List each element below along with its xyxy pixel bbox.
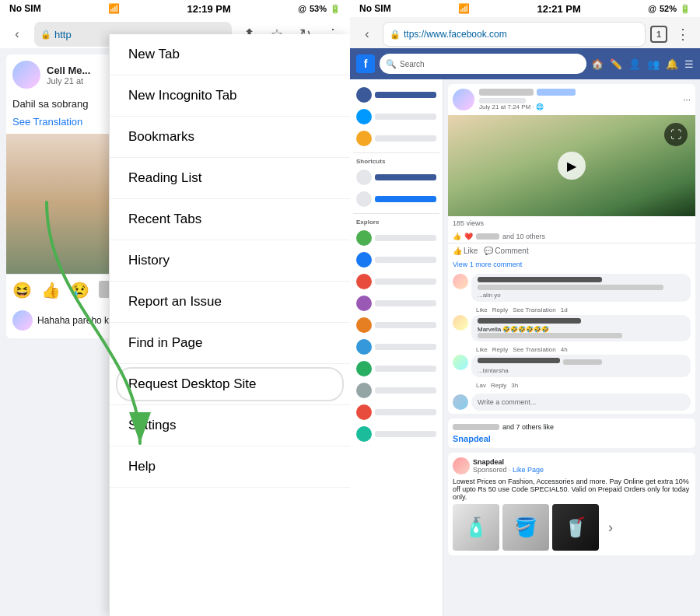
time-left: 12:19 PM <box>187 3 230 15</box>
status-bar-left: No SIM 📶 12:19 PM @ 53% 🔋 <box>0 0 350 17</box>
see-translation-2[interactable]: See Translation <box>513 346 556 353</box>
menu-item-report-issue[interactable]: Report an Issue <box>110 282 350 323</box>
comment-action[interactable]: 💬 Comment <box>484 247 528 255</box>
product-img-1[interactable]: 🧴 <box>453 504 499 551</box>
dropdown-menu: New Tab New Incognito Tab Bookmarks Read… <box>109 34 350 616</box>
sidebar-explore-label: Explore <box>353 217 439 227</box>
battery-icon-right: 🔋 <box>680 4 691 14</box>
write-comment-row: Write a comment... <box>453 390 691 411</box>
comment-text-1 <box>478 285 663 290</box>
sidebar-shortcut-2[interactable] <box>353 188 439 210</box>
fb-post-main: July 21 at 7:24 PM · 🌐 ··· ⛶ ▶ 185 views… <box>448 84 695 414</box>
laugh-reaction[interactable]: 😆 <box>12 281 32 299</box>
like-reply-1[interactable]: Like <box>476 306 488 313</box>
back-button-left[interactable]: ‹ <box>6 23 28 45</box>
reply-2[interactable]: Reply <box>492 346 508 353</box>
fb-nav-bar: f 🔍 Search 🏠 ✏️ 👤 👥 🔔 ☰ <box>350 48 700 79</box>
like-action[interactable]: 👍 Like <box>453 247 478 255</box>
time-right: 12:21 PM <box>537 3 580 15</box>
sidebar-insights[interactable] <box>353 358 439 380</box>
comment-bubble-3: ...bintarsha <box>471 355 691 377</box>
play-button[interactable]: ▶ <box>558 152 586 180</box>
sidebar-shortcut-1[interactable] <box>353 166 439 188</box>
sidebar-pages-feed[interactable] <box>353 336 439 358</box>
menu-item-new-tab[interactable]: New Tab <box>110 34 350 75</box>
sidebar-groups[interactable] <box>353 227 439 249</box>
back-button-right[interactable]: ‹ <box>356 23 378 45</box>
commenter-name-2 <box>478 318 581 324</box>
menu-item-find-in-page[interactable]: Find in Page <box>110 323 350 364</box>
fullscreen-icon[interactable]: ⛶ <box>664 123 688 146</box>
tab-count-badge[interactable]: 1 <box>650 26 667 43</box>
menu-item-request-desktop-site[interactable]: Request Desktop Site <box>110 364 350 405</box>
reaction-bar: 👍 Like 💬 Comment <box>448 243 695 258</box>
menu-item-help[interactable]: Help <box>110 446 350 488</box>
post-video-thumb[interactable]: ⛶ ▶ <box>448 115 695 216</box>
menu-item-settings[interactable]: Settings <box>110 405 350 446</box>
product-img-3[interactable]: 🥤 <box>552 504 599 551</box>
reply-3[interactable]: Reply <box>491 382 506 389</box>
liker-name-bar <box>453 424 499 430</box>
fb-more-icon[interactable]: ☰ <box>684 58 694 70</box>
view-more-comments[interactable]: View 1 more comment <box>448 258 695 271</box>
post-options-btn[interactable]: ··· <box>683 94 691 105</box>
fb-feed: July 21 at 7:24 PM · 🌐 ··· ⛶ ▶ 185 views… <box>443 79 700 616</box>
reply-1[interactable]: Reply <box>492 306 508 313</box>
sidebar-games[interactable] <box>353 401 439 423</box>
comment-row-3: ...bintarsha <box>453 355 691 377</box>
post-stats: 185 views <box>448 216 695 230</box>
right-panel: No SIM 📶 12:21 PM @ 52% 🔋 ‹ 🔒 ttps://www… <box>350 0 700 616</box>
menu-item-reading-list[interactable]: Reading List <box>110 158 350 199</box>
like-reply-3[interactable]: Lav <box>476 382 486 389</box>
comment-handle-3: ...bintarsha <box>478 367 684 374</box>
product-images: 🧴 🪣 🥤 › <box>453 504 691 551</box>
more-products-indicator[interactable]: › <box>602 504 619 551</box>
fb-nav-icons: 🏠 ✏️ 👤 👥 🔔 ☰ <box>591 58 694 70</box>
comment-avatar-3 <box>453 355 468 370</box>
comment-emoji-text: Marvella 🤣🤣🤣🤣🤣🤣 <box>478 326 684 333</box>
carrier-right: No SIM <box>359 3 391 14</box>
fb-friends-icon[interactable]: 👥 <box>647 58 660 70</box>
sidebar-pages[interactable] <box>353 249 439 271</box>
address-bar-right[interactable]: 🔒 ttps://www.facebook.com <box>383 22 646 47</box>
comment-input[interactable]: Write a comment... <box>471 394 691 411</box>
fb-create-icon[interactable]: ✏️ <box>610 58 622 70</box>
comment-avatar-1 <box>453 274 468 289</box>
thumb-reaction: 👍 <box>453 233 461 240</box>
comment-actions-3: Lav Reply 3h <box>453 380 691 390</box>
comment-row-2: Marvella 🤣🤣🤣🤣🤣🤣 <box>453 315 691 341</box>
sidebar-friend-lists[interactable] <box>353 292 439 314</box>
time-1: 1d <box>561 306 568 313</box>
location-icon-right: @ <box>648 4 656 13</box>
menu-item-recent-tabs[interactable]: Recent Tabs <box>110 199 350 240</box>
sidebar-events[interactable] <box>353 271 439 292</box>
fb-home-icon[interactable]: 🏠 <box>591 58 604 70</box>
sad-reaction[interactable]: 😢 <box>70 281 89 299</box>
product-img-2[interactable]: 🪣 <box>502 504 549 551</box>
sidebar-item-marketplace[interactable] <box>353 128 439 149</box>
left-panel: No SIM 📶 12:19 PM @ 53% 🔋 ‹ 🔒 http ⬆ ☆ ↻… <box>0 0 350 616</box>
sidebar-item-news-feed[interactable] <box>353 84 439 106</box>
fb-notifications-icon[interactable]: 🔔 <box>666 58 678 70</box>
comment-actions-2: Like Reply See Translation 4h <box>453 345 691 355</box>
fb-profile-icon[interactable]: 👤 <box>628 58 641 70</box>
fb-search-bar[interactable]: 🔍 Search <box>380 54 586 74</box>
like-reply-2[interactable]: Like <box>476 346 488 353</box>
comment-text-emoji-1: ...alin yo <box>478 292 684 299</box>
see-translation-1[interactable]: See Translation <box>513 306 556 313</box>
sidebar-item-messenger[interactable] <box>353 106 439 128</box>
like-reaction[interactable]: 👍 <box>41 281 61 299</box>
snapdeal-name[interactable]: Snapdeal <box>453 434 691 443</box>
sidebar-memories[interactable] <box>353 314 439 336</box>
more-button-right[interactable]: ⋮ <box>672 23 694 45</box>
fb-search-icon: 🔍 <box>386 59 397 69</box>
sidebar-physics[interactable] <box>353 423 439 445</box>
post-name-bar2 <box>537 89 576 96</box>
sidebar-others[interactable] <box>353 380 439 401</box>
time-3: 3h <box>511 382 518 389</box>
menu-item-new-incognito-tab[interactable]: New Incognito Tab <box>110 75 350 117</box>
menu-item-history[interactable]: History <box>110 240 350 282</box>
menu-item-bookmarks[interactable]: Bookmarks <box>110 117 350 158</box>
battery-icon-left: 🔋 <box>330 4 341 14</box>
comment-row-1: ...alin yo <box>453 274 691 302</box>
